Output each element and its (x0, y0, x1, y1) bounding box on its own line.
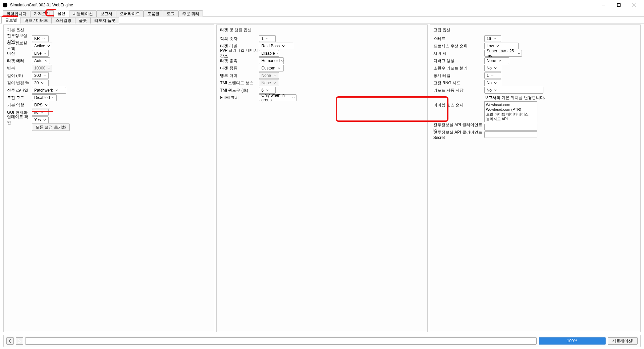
length-var-select[interactable]: 20 (32, 80, 49, 86)
target-level-select[interactable]: Raid Boss (259, 43, 293, 49)
item-source-option[interactable]: Wowhead.com (PTR) (486, 107, 536, 112)
item-source-label: 아이템 소스 순서 (433, 101, 484, 108)
maximize-button[interactable] (611, 0, 627, 10)
main-tab[interactable]: 가져오기 (30, 10, 54, 17)
report-location-link[interactable]: 보고서의 기본 위치를 변경합니다. (484, 95, 545, 101)
progress-bar: 100% (539, 337, 606, 345)
iterations-label: 반복 (7, 65, 32, 71)
annotation-underline (32, 111, 53, 112)
bottom-bar: 100% 시뮬레이션! (3, 335, 641, 347)
item-source-listbox[interactable]: Wowhead.comWowhead.com (PTR)로컬 아이템 데이터베이… (484, 101, 537, 122)
advanced-options-panel: 고급 옵션 스레드16 프로세스 우선 순위Low 서버 렉Super Low … (430, 24, 641, 332)
enemies-label: 적의 숫자 (220, 36, 259, 42)
length-label: 길이 (초) (7, 73, 32, 79)
advanced-options-title: 고급 옵션 (433, 27, 637, 33)
default-role-select[interactable]: DPS (32, 102, 50, 108)
threads-label: 스레드 (433, 36, 484, 42)
main-tab[interactable]: 환영합니다 (3, 10, 30, 17)
target-tank-title: 타겟 및 탱킹 옵션 (220, 27, 424, 33)
main-tab[interactable]: 옵션 (54, 10, 69, 17)
main-tab[interactable]: 오버라이드 (116, 10, 144, 17)
challenge-select[interactable]: Disabled (32, 94, 57, 101)
pet-report-select[interactable]: No (484, 65, 501, 71)
target-race-select[interactable]: Humanoid (259, 57, 284, 64)
default-role-label: 기본 역할 (7, 102, 32, 108)
debug-select[interactable]: None (484, 57, 509, 64)
reset-all-button[interactable]: 모든 설정 초기화 (32, 123, 70, 131)
api-id-input[interactable] (484, 124, 537, 131)
basic-options-title: 기본 옵션 (7, 27, 211, 33)
back-button[interactable] (6, 337, 14, 345)
sub-tab[interactable]: 리포지 플롯 (91, 17, 119, 23)
svg-rect-1 (618, 4, 621, 7)
etmi-label: ETMI 표시 (220, 95, 259, 101)
tmi-window-select[interactable]: 6 (259, 87, 276, 94)
sub-tab[interactable]: 스케일링 (52, 17, 75, 23)
item-source-option[interactable]: Wowhead.com (486, 102, 536, 107)
item-source-option[interactable]: 로컬 아이템 데이터베이스 (486, 112, 536, 116)
autosave-label: 리포트 자동 저장 (433, 88, 484, 93)
target-error-select[interactable]: Auto (32, 57, 50, 64)
priority-label: 프로세스 우선 순위 (433, 43, 484, 49)
main-tabs: 환영합니다가져오기옵션시뮬레이션보고서오버라이드도움말로그주문 쿼리 (0, 10, 644, 17)
app-icon (3, 3, 7, 7)
api-secret-label: 전투정보실 API 클라이언트 Secret (433, 130, 484, 140)
armory-region-select[interactable]: KR (32, 35, 49, 42)
sub-tab[interactable]: 글로벌 (1, 17, 21, 23)
minimize-button[interactable] (596, 0, 611, 10)
threads-select[interactable]: 16 (484, 35, 501, 42)
length-var-label: 길이 변경 % (7, 80, 32, 86)
iterations-select[interactable]: 10000 (32, 65, 52, 71)
window-title: SimulationCraft 902-01 WebEngine (10, 3, 73, 7)
forward-button[interactable] (16, 337, 23, 345)
main-tab[interactable]: 주문 쿼리 (178, 10, 203, 17)
target-error-label: 타겟 에러 (7, 58, 32, 64)
sub-tabs: 글로벌버프 / 디버프스케일링플롯리포지 플롯 (0, 17, 644, 23)
stat-level-select[interactable]: 1 (484, 72, 501, 79)
version-select[interactable]: Live (32, 50, 49, 57)
item-source-option[interactable]: 블리자드 API (486, 116, 536, 121)
target-tank-panel: 타겟 및 탱킹 옵션 적의 숫자1 타겟 레벨Raid Boss PvP 크리티… (216, 24, 427, 332)
challenge-label: 도전 모드 (7, 95, 32, 101)
target-race-label: 타겟 종족 (220, 58, 259, 64)
sub-tab[interactable]: 버프 / 디버프 (21, 17, 52, 23)
armory-spec-select[interactable]: Active (32, 43, 52, 49)
tmi-boss-select[interactable]: None (259, 80, 279, 86)
api-secret-input[interactable] (484, 131, 537, 138)
tank-dummy-label: 탱크 더미 (220, 73, 259, 79)
main-tab[interactable]: 보고서 (97, 10, 116, 17)
fight-style-label: 전투 스타일 (7, 88, 32, 93)
basic-options-panel: 기본 옵션 전투정보실 지역KR 전투정보실 스펙Active 버전Live 타… (3, 24, 214, 332)
autosave-select[interactable]: No (484, 87, 543, 94)
version-label: 버전 (7, 51, 32, 56)
pvp-crit-select[interactable]: Disable (259, 50, 279, 57)
main-tab[interactable]: 시뮬레이션 (69, 10, 97, 17)
debug-label: 디버그 생성 (433, 58, 484, 64)
etmi-select[interactable]: Only when in group (259, 94, 297, 101)
enemies-select[interactable]: 1 (259, 35, 276, 42)
tmi-window-label: TMI 윈도우 (초) (220, 88, 259, 93)
tank-dummy-select[interactable]: None (259, 72, 279, 79)
main-tab[interactable]: 로그 (163, 10, 178, 17)
target-type-label: 타겟 종류 (220, 65, 259, 71)
fixed-rng-label: 고정 RNG 시드 (433, 80, 484, 86)
pet-report-label: 소환수 리포트 분리 (433, 65, 484, 71)
fight-style-select[interactable]: Patchwerk (32, 87, 66, 94)
tmi-boss-label: TMI 스탠다드 보스 (220, 80, 259, 86)
stat-level-label: 통계 레벨 (433, 73, 484, 79)
update-check-select[interactable]: Yes (32, 116, 49, 123)
close-button[interactable] (627, 0, 642, 10)
latency-label: 서버 렉 (433, 51, 484, 56)
main-tab[interactable]: 도움말 (144, 10, 163, 17)
latency-select[interactable]: Super Low - 25 ms (484, 50, 522, 57)
target-type-select[interactable]: Custom (259, 65, 284, 71)
length-select[interactable]: 300 (32, 72, 49, 79)
sub-tab[interactable]: 플롯 (75, 17, 91, 23)
gui-locale-select[interactable]: ko (32, 109, 49, 116)
priority-select[interactable]: Low (484, 43, 519, 49)
simulate-button[interactable]: 시뮬레이션! (608, 337, 638, 345)
url-input[interactable] (25, 337, 537, 345)
fixed-rng-select[interactable]: No (484, 80, 501, 86)
